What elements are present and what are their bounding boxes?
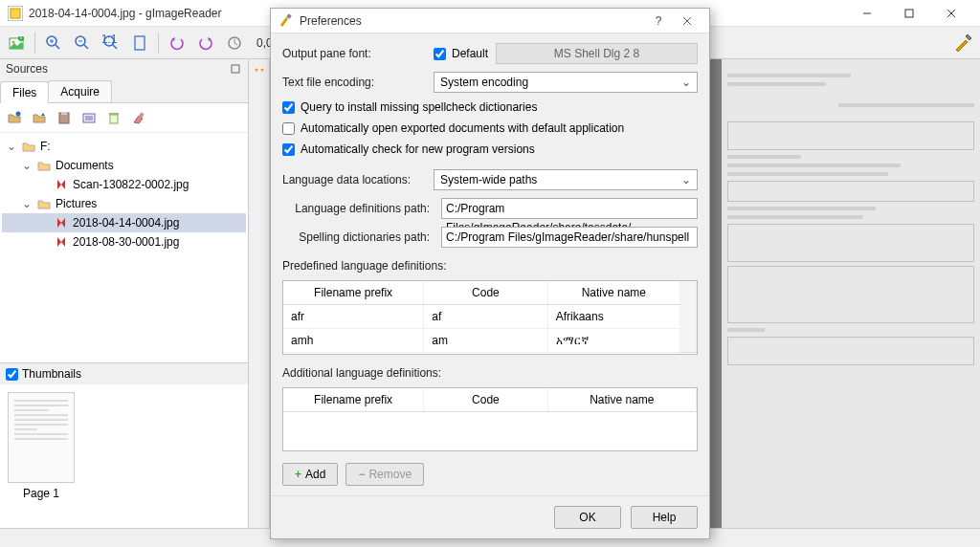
- default-font-checkbox[interactable]: Default: [434, 47, 488, 60]
- col-native[interactable]: Native name: [547, 281, 679, 305]
- ok-button[interactable]: OK: [554, 506, 621, 529]
- svg-rect-26: [232, 65, 239, 73]
- spell-dict-path-label: Spelling dictionaries path:: [282, 230, 434, 244]
- col-code[interactable]: Code: [424, 281, 547, 305]
- font-select-button[interactable]: MS Shell Dlg 2 8: [496, 43, 698, 64]
- thumbnails-panel: Thumbnails Page 1: [0, 362, 248, 528]
- sources-header: Sources: [0, 59, 248, 78]
- document-page: [722, 59, 980, 528]
- paste-button[interactable]: [54, 107, 75, 128]
- update-checkbox[interactable]: Automatically check for new program vers…: [282, 142, 698, 156]
- dialog-icon: [278, 13, 294, 29]
- tree-drive[interactable]: ⌄F:: [2, 137, 246, 156]
- svg-rect-33: [110, 115, 118, 123]
- svg-point-37: [260, 69, 263, 72]
- tree-file[interactable]: Scan-130822-0002.jpg: [2, 175, 246, 194]
- remove-button[interactable]: −Remove: [345, 463, 424, 486]
- dialog-titlebar: Preferences ?: [271, 9, 709, 33]
- predef-lang-table[interactable]: Filename prefix Code Native name afrafAf…: [282, 280, 698, 355]
- thumbnail-label: Page 1: [23, 487, 59, 500]
- svg-rect-38: [286, 13, 291, 18]
- col-prefix[interactable]: Filename prefix: [283, 388, 424, 412]
- table-row[interactable]: afrafAfrikaans: [283, 305, 697, 329]
- dialog-close-button[interactable]: [673, 10, 702, 33]
- svg-rect-3: [905, 10, 913, 17]
- svg-rect-30: [61, 112, 67, 115]
- encoding-label: Text file encoding:: [282, 76, 426, 89]
- autoopen-checkbox[interactable]: Automatically open exported documents wi…: [282, 121, 698, 135]
- svg-point-36: [255, 69, 257, 72]
- thumbnails-title: Thumbnails: [22, 367, 81, 381]
- maximize-button[interactable]: [888, 0, 930, 27]
- separator: [34, 33, 35, 54]
- sources-panel: Sources Files Acquire ⌄F: ⌄Documents Sca…: [0, 59, 249, 528]
- table-row[interactable]: amhamአማርኛ: [283, 329, 697, 353]
- tree-folder-documents[interactable]: ⌄Documents: [2, 156, 246, 175]
- lang-locations-label: Language data locations:: [282, 173, 426, 186]
- screenshot-button[interactable]: [78, 107, 100, 128]
- clear-button[interactable]: [128, 107, 149, 128]
- tab-files[interactable]: Files: [0, 81, 49, 103]
- dialog-help-button[interactable]: ?: [644, 10, 673, 33]
- zoom-page-button[interactable]: [127, 31, 152, 55]
- thumbnail-page[interactable]: Page 1: [8, 392, 75, 500]
- svg-point-27: [16, 112, 21, 117]
- svg-rect-32: [85, 116, 93, 120]
- lang-locations-select[interactable]: System-wide paths⌄: [434, 169, 698, 190]
- svg-marker-28: [41, 113, 45, 116]
- sources-title: Sources: [6, 62, 48, 76]
- tree-file-selected[interactable]: 2018-04-14-0004.jpg: [2, 213, 246, 232]
- svg-line-15: [84, 45, 88, 49]
- rotate-left-button[interactable]: [165, 31, 189, 55]
- panel-undock-button[interactable]: [229, 62, 242, 76]
- svg-line-11: [56, 45, 59, 49]
- col-native[interactable]: Native name: [547, 388, 696, 412]
- separator: [158, 33, 159, 54]
- svg-text:+: +: [17, 34, 24, 43]
- rotate-reset-button[interactable]: [222, 31, 247, 55]
- rotate-right-button[interactable]: [193, 31, 218, 55]
- svg-rect-34: [109, 113, 119, 115]
- thumbnails-toggle[interactable]: [6, 368, 18, 381]
- recent-button[interactable]: [29, 107, 50, 128]
- spellcheck-checkbox[interactable]: Query to install missing spellcheck dict…: [282, 100, 698, 114]
- zoom-out-button[interactable]: [70, 31, 95, 55]
- remove-button[interactable]: [103, 107, 124, 128]
- predef-lang-label: Predefined language definitions:: [282, 259, 698, 273]
- files-toolbar: [0, 103, 248, 133]
- close-button[interactable]: [930, 0, 972, 27]
- lang-def-path-input[interactable]: C:/Program Files/gImageReader/share/tess…: [441, 198, 698, 219]
- thumbnail-image: [8, 392, 75, 483]
- svg-rect-1: [11, 9, 20, 18]
- tree-file[interactable]: 2018-08-30-0001.jpg: [2, 232, 246, 252]
- svg-line-25: [234, 43, 237, 45]
- help-button[interactable]: Help: [631, 506, 698, 529]
- preferences-dialog: Preferences ? Output pane font: Default …: [270, 8, 710, 539]
- svg-rect-20: [135, 36, 145, 50]
- add-button[interactable]: +Add: [282, 463, 338, 486]
- open-folder-button[interactable]: [4, 107, 25, 128]
- preferences-button[interactable]: [949, 30, 976, 56]
- svg-point-7: [12, 40, 15, 43]
- file-tree[interactable]: ⌄F: ⌄Documents Scan-130822-0002.jpg ⌄Pic…: [0, 133, 248, 362]
- spell-dict-path-input[interactable]: C:/Program Files/gImageReader/share/huns…: [441, 227, 698, 248]
- zoom-in-button[interactable]: [41, 31, 66, 55]
- lang-def-path-label: Language definitions path:: [282, 202, 434, 215]
- col-code[interactable]: Code: [424, 388, 547, 412]
- app-icon: [8, 6, 23, 21]
- tab-acquire[interactable]: Acquire: [48, 80, 112, 102]
- zoom-fit-button[interactable]: 1:1: [99, 31, 123, 55]
- output-font-label: Output pane font:: [282, 47, 426, 60]
- addl-lang-table[interactable]: Filename prefix Code Native name: [282, 387, 698, 451]
- col-prefix[interactable]: Filename prefix: [283, 281, 424, 305]
- table-scrollbar[interactable]: [680, 281, 697, 353]
- addl-lang-label: Additional language definitions:: [282, 366, 698, 380]
- open-image-button[interactable]: +: [4, 31, 29, 55]
- dialog-title: Preferences: [300, 14, 644, 28]
- minimize-button[interactable]: [846, 0, 888, 27]
- svg-text:1:1: 1:1: [102, 34, 118, 46]
- tree-folder-pictures[interactable]: ⌄Pictures: [2, 194, 246, 213]
- encoding-select[interactable]: System encoding⌄: [434, 72, 698, 93]
- viewer-side-button[interactable]: [249, 59, 270, 528]
- sources-tabs: Files Acquire: [0, 80, 248, 103]
